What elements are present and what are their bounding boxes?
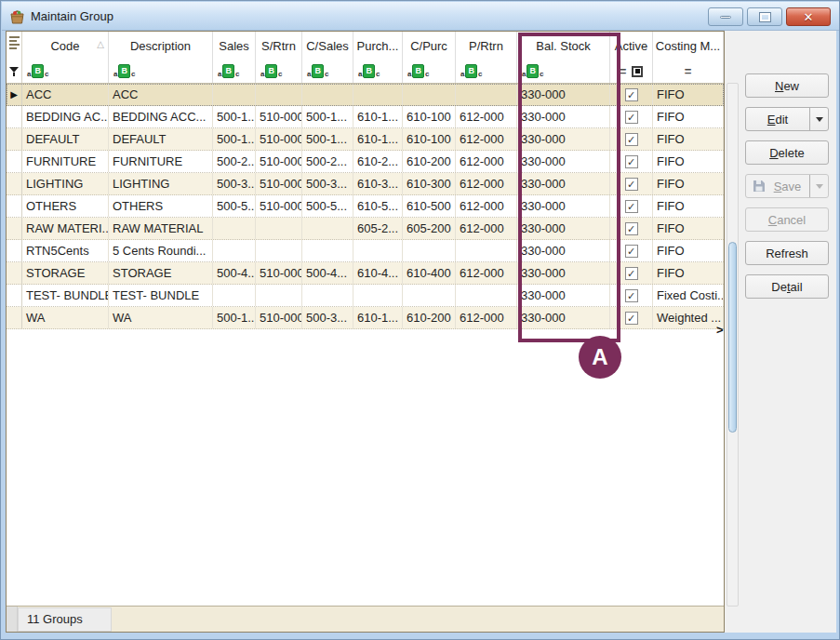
vertical-scrollbar[interactable] bbox=[727, 83, 739, 607]
button-label: Edit bbox=[746, 113, 809, 127]
cell-active: ✓ bbox=[610, 285, 653, 306]
column-header-label: Costing M... bbox=[656, 39, 720, 53]
cell-p_rtrn: 612-000 bbox=[456, 128, 517, 150]
cell-description: FURNITURE bbox=[109, 151, 213, 172]
app-basket-icon bbox=[8, 7, 26, 25]
cell-description: 5 Cents Roundi... bbox=[109, 240, 213, 261]
minimize-button[interactable] bbox=[708, 7, 743, 26]
cell-description: LIGHTING bbox=[109, 173, 213, 194]
sort-ascending-icon: △ bbox=[97, 39, 104, 49]
table-row[interactable]: TEST- BUNDLETEST- BUNDLE330-000✓Fixed Co… bbox=[7, 285, 724, 307]
cell-costing: FIFO bbox=[653, 195, 724, 217]
active-checkbox[interactable]: ✓ bbox=[625, 312, 638, 325]
window-content: Code△DescriptionSalesS/RtrnC/SalesPurch.… bbox=[6, 31, 836, 633]
cell-bal_stock: 330-000 bbox=[517, 307, 610, 328]
cell-active: ✓ bbox=[610, 106, 653, 127]
cell-c_sales: 500-3... bbox=[302, 173, 353, 194]
cell-costing: FIFO bbox=[653, 151, 724, 172]
cell-code: TEST- BUNDLE bbox=[22, 285, 109, 306]
cell-c_purc: 610-200 bbox=[403, 307, 456, 328]
cell-bal_stock: 330-000 bbox=[517, 106, 610, 127]
filter-sales[interactable]: aBc bbox=[213, 60, 256, 83]
column-header-purch[interactable]: Purch... bbox=[353, 32, 403, 60]
filter-p_rtrn[interactable]: aBc bbox=[456, 60, 517, 83]
table-row[interactable]: FURNITUREFURNITURE500-2...510-000500-2..… bbox=[7, 151, 724, 173]
column-header-costing[interactable]: Costing M... bbox=[653, 32, 724, 60]
cell-c_sales bbox=[302, 84, 353, 105]
cell-purch: 610-1... bbox=[353, 106, 403, 127]
filter-costing[interactable]: = bbox=[653, 60, 724, 83]
column-header-p_rtrn[interactable]: P/Rtrn bbox=[456, 32, 517, 60]
close-button[interactable]: ✕ bbox=[786, 7, 831, 26]
active-checkbox[interactable]: ✓ bbox=[625, 200, 638, 213]
cell-c_purc: 610-400 bbox=[403, 262, 456, 284]
column-header-code[interactable]: Code△ bbox=[22, 32, 109, 60]
grid-customize-corner[interactable] bbox=[7, 32, 22, 60]
button-label: New bbox=[746, 79, 828, 93]
column-header-c_sales[interactable]: C/Sales bbox=[302, 32, 353, 60]
column-header-label: S/Rtrn bbox=[261, 39, 296, 53]
cell-s_rtrn: 510-000 bbox=[256, 307, 302, 328]
filter-purch[interactable]: aBc bbox=[353, 60, 403, 83]
maximize-button[interactable] bbox=[747, 7, 782, 26]
column-header-label: C/Purc bbox=[410, 39, 447, 53]
row-indicator: ▶ bbox=[7, 84, 22, 105]
table-row[interactable]: DEFAULTDEFAULT500-1...510-000500-1...610… bbox=[7, 128, 724, 151]
table-row[interactable]: OTHERSOTHERS500-5...510-000500-5...610-5… bbox=[7, 195, 724, 218]
new-button[interactable]: New bbox=[745, 73, 829, 98]
active-checkbox[interactable]: ✓ bbox=[625, 289, 638, 302]
table-row[interactable]: STORAGESTORAGE500-4...510-000500-4...610… bbox=[7, 262, 724, 285]
table-row[interactable]: ▶ACCACC330-000✓FIFO bbox=[7, 84, 724, 106]
edit-dropdown-button[interactable] bbox=[809, 108, 828, 130]
row-indicator bbox=[7, 307, 22, 328]
active-checkbox[interactable]: ✓ bbox=[625, 267, 638, 280]
cell-purch: 605-2... bbox=[353, 218, 403, 239]
table-row[interactable]: RAW MATERI...RAW MATERIAL605-2...605-200… bbox=[7, 218, 724, 240]
table-row[interactable]: RTN5Cents5 Cents Roundi...330-000✓FIFO bbox=[7, 240, 724, 262]
column-header-description[interactable]: Description bbox=[109, 32, 213, 60]
table-row[interactable]: WAWA500-1...510-000500-3...610-1...610-2… bbox=[7, 307, 724, 329]
filter-code[interactable]: aBc bbox=[22, 60, 109, 83]
text-filter-abc-icon: aBc bbox=[358, 64, 380, 78]
cell-c_sales: 500-1... bbox=[302, 106, 353, 127]
active-checkbox[interactable]: ✓ bbox=[625, 133, 638, 146]
filter-s_rtrn[interactable]: aBc bbox=[256, 60, 302, 83]
cell-c_purc: 610-100 bbox=[403, 128, 456, 150]
cell-purch: 610-1... bbox=[353, 128, 403, 150]
active-checkbox[interactable]: ✓ bbox=[625, 88, 638, 101]
column-header-bal_stock[interactable]: Bal. Stock bbox=[517, 32, 610, 60]
delete-button[interactable]: Delete bbox=[745, 140, 829, 165]
filter-c_purc[interactable]: aBc bbox=[403, 60, 456, 83]
filter-row-corner[interactable] bbox=[7, 60, 22, 83]
refresh-button[interactable]: Refresh bbox=[745, 241, 829, 265]
cell-bal_stock: 330-000 bbox=[517, 128, 610, 150]
cell-bal_stock: 330-000 bbox=[517, 262, 610, 284]
filter-c_sales[interactable]: aBc bbox=[302, 60, 353, 83]
filter-bal_stock[interactable]: aBc bbox=[517, 60, 610, 83]
filter-description[interactable]: aBc bbox=[109, 60, 213, 83]
column-header-c_purc[interactable]: C/Purc bbox=[403, 32, 456, 60]
cell-code: RTN5Cents bbox=[22, 240, 109, 261]
filter-active[interactable]: = bbox=[610, 60, 653, 83]
customize-columns-icon bbox=[9, 36, 20, 49]
text-filter-abc-icon: aBc bbox=[113, 64, 135, 78]
active-checkbox[interactable]: ✓ bbox=[625, 222, 638, 235]
scrollbar-thumb[interactable] bbox=[728, 242, 737, 433]
cell-code: DEFAULT bbox=[22, 128, 109, 150]
titlebar[interactable]: Maintain Group ✕ bbox=[2, 2, 840, 31]
edit-button[interactable]: Edit bbox=[745, 107, 829, 131]
table-row[interactable]: LIGHTINGLIGHTING500-3...510-000500-3...6… bbox=[7, 173, 724, 195]
cell-bal_stock: 330-000 bbox=[517, 285, 610, 306]
equals-filter-icon: = bbox=[620, 64, 627, 78]
active-checkbox[interactable]: ✓ bbox=[625, 111, 638, 124]
table-row[interactable]: BEDDING AC...BEDDING ACC...500-1...510-0… bbox=[7, 106, 724, 128]
active-checkbox[interactable]: ✓ bbox=[625, 155, 638, 168]
cell-p_rtrn: 612-000 bbox=[456, 151, 517, 172]
active-checkbox[interactable]: ✓ bbox=[625, 178, 638, 191]
column-header-s_rtrn[interactable]: S/Rtrn bbox=[256, 32, 302, 60]
cell-p_rtrn bbox=[456, 285, 517, 306]
column-header-sales[interactable]: Sales bbox=[213, 32, 256, 60]
column-header-active[interactable]: Active bbox=[610, 32, 653, 60]
detail-button[interactable]: Detail bbox=[745, 274, 829, 299]
active-checkbox[interactable]: ✓ bbox=[625, 245, 638, 258]
